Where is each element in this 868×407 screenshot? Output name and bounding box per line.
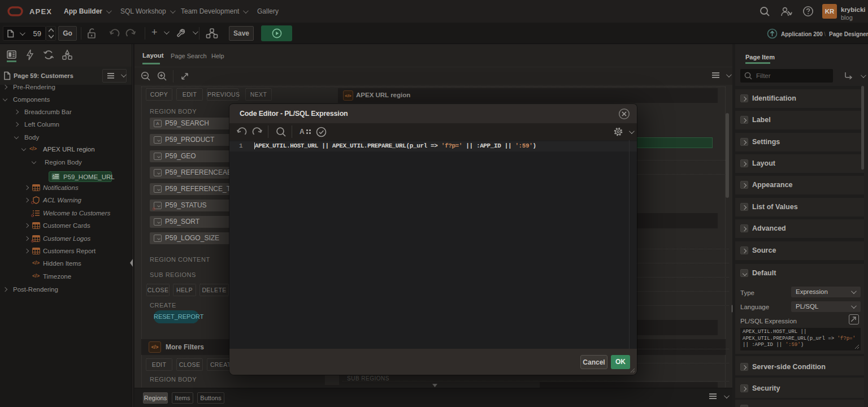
svg-text:A: A — [53, 174, 55, 177]
